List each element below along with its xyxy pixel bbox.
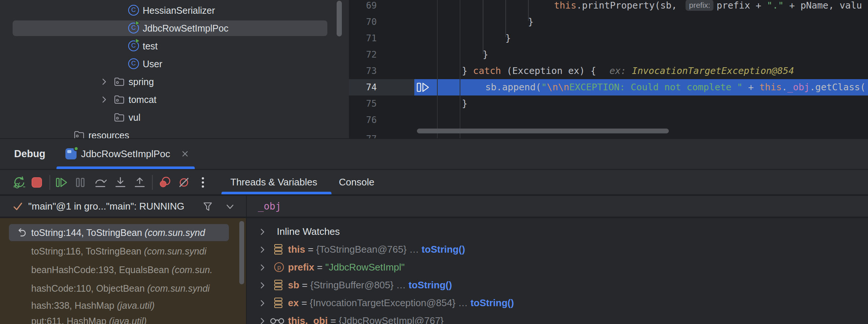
- variable-name: prefix: [288, 262, 314, 273]
- tab-threads-variables[interactable]: Threads & Variables: [230, 170, 317, 194]
- folder-icon: [114, 94, 125, 105]
- debug-session-tab-label: JdbcRowSetImplPoc: [81, 139, 170, 169]
- stack-frames-list: toString:144, ToStringBean (com.sun.synd…: [0, 218, 246, 324]
- tree-item-label: User: [143, 55, 162, 73]
- code-line-74-execution[interactable]: sb.append("\n\nEXCEPTION: Could not comp…: [485, 79, 866, 95]
- toolbar-separator: [49, 175, 50, 190]
- resume-button[interactable]: [54, 175, 69, 190]
- indent-guide: [483, 0, 483, 54]
- tree-item-tomcat[interactable]: tomcat: [0, 91, 349, 108]
- thread-header[interactable]: "main"@1 in gro..."main": RUNNING: [0, 196, 246, 217]
- tree-item-test[interactable]: C test: [0, 37, 349, 55]
- variable-row-this-obj[interactable]: this._obj = {JdbcRowSetImpl@767}: [247, 312, 868, 324]
- chevron-right-icon[interactable]: [258, 246, 266, 254]
- tree-item-label: test: [143, 37, 158, 55]
- chevron-right-icon[interactable]: [258, 263, 266, 272]
- code-line-71[interactable]: }: [505, 30, 511, 46]
- active-tab-underline: [221, 192, 331, 194]
- more-vertical-icon: [201, 176, 204, 189]
- variable-row-this[interactable]: this = {ToStringBean@765} … toString(): [247, 240, 868, 258]
- frames-scrollbar[interactable]: [239, 221, 244, 284]
- code-editor[interactable]: 69 70 71 72 73 74 75 76 77 this.printPro…: [349, 0, 868, 138]
- frame-label: toString:144, ToStringBean (com.sun.synd: [31, 223, 205, 242]
- variables-row-inline-watches[interactable]: Inline Watches: [247, 223, 868, 240]
- line-number: 70: [349, 14, 377, 30]
- variable-row-prefix[interactable]: p prefix = "JdbcRowSetImpl": [247, 258, 868, 276]
- stack-frame[interactable]: toString:116, ToStringBean (com.sun.synd…: [0, 242, 246, 260]
- chevron-down-icon[interactable]: [226, 204, 234, 210]
- variable-name: sb: [288, 279, 299, 291]
- stack-frame[interactable]: put:611, HashMap (java.util): [0, 312, 246, 324]
- class-icon: C: [128, 58, 139, 69]
- frame-label: beanHashCode:193, EqualsBean (com.sun.: [31, 260, 213, 279]
- tab-console[interactable]: Console: [339, 170, 374, 194]
- field-icon: [273, 244, 283, 255]
- view-breakpoints-button[interactable]: [158, 175, 172, 190]
- class-icon: C: [128, 5, 139, 16]
- tree-item-hessianserializer[interactable]: C HessianSerializer: [0, 1, 349, 19]
- editor-horizontal-scrollbar[interactable]: [417, 129, 669, 133]
- code-line-69[interactable]: this.printProperty(sb, prefix:prefix + "…: [554, 0, 862, 14]
- gutter-separator: [437, 0, 438, 138]
- stop-button[interactable]: [29, 175, 44, 190]
- mute-breakpoints-button[interactable]: [176, 175, 191, 190]
- tostring-link[interactable]: toString(): [422, 244, 465, 255]
- chevron-right-icon[interactable]: [258, 317, 266, 324]
- chevron-right-icon[interactable]: [100, 77, 108, 86]
- code-line-75[interactable]: }: [462, 95, 467, 112]
- evaluate-expression-field[interactable]: _obj: [247, 196, 868, 217]
- view-breakpoints-icon: [158, 176, 172, 189]
- stack-frame-selected[interactable]: toString:144, ToStringBean (com.sun.synd: [0, 223, 246, 242]
- tree-item-label: JdbcRowSetImplPoc: [143, 19, 229, 37]
- gutter-separator: [460, 0, 460, 138]
- pause-button[interactable]: [73, 175, 88, 190]
- variable-value: "JdbcRowSetImpl": [325, 262, 405, 273]
- checkmark-icon: [13, 202, 23, 211]
- stack-frame[interactable]: hashCode:110, ObjectBean (com.sun.syndi: [0, 279, 246, 298]
- ide-window: C HessianSerializer C JdbcRowSetImplPoc …: [0, 0, 868, 324]
- variable-row-ex[interactable]: ex = {InvocationTargetException@854} … t…: [247, 294, 868, 312]
- chevron-right-icon[interactable]: [258, 299, 266, 307]
- debug-toolbar: Threads & Variables Console: [0, 169, 868, 196]
- tree-item-resources[interactable]: resources: [0, 126, 349, 138]
- threads-pane: "main"@1 in gro..."main": RUNNING toStri…: [0, 196, 246, 324]
- code-line-72[interactable]: }: [483, 46, 488, 63]
- chevron-right-icon[interactable]: [100, 95, 108, 104]
- tree-item-user[interactable]: C User: [0, 55, 349, 73]
- tree-item-label: spring: [129, 73, 154, 91]
- chevron-right-icon[interactable]: [258, 281, 266, 289]
- tostring-link[interactable]: toString(): [408, 279, 452, 291]
- tree-scrollbar[interactable]: [337, 1, 342, 36]
- active-tab-underline: [56, 166, 195, 169]
- step-over-icon: [94, 176, 107, 189]
- step-into-button[interactable]: [113, 175, 128, 190]
- tostring-link[interactable]: toString(): [470, 297, 514, 308]
- line-number: 73: [349, 63, 377, 79]
- debug-session-tab[interactable]: JdbcRowSetImplPoc: [56, 139, 195, 169]
- pane-divider[interactable]: [246, 196, 247, 324]
- tree-item-jdbcrowsetimplpoc[interactable]: C JdbcRowSetImplPoc: [0, 19, 349, 37]
- watch-glasses-icon: [270, 318, 285, 324]
- execution-pointer-icon[interactable]: [416, 82, 431, 93]
- debugger-inline-hint: ex: InvocationTargetException@854: [609, 65, 794, 76]
- line-number: 75: [349, 95, 377, 112]
- stack-frame[interactable]: beanHashCode:193, EqualsBean (com.sun.: [0, 260, 246, 279]
- code-line-70[interactable]: }: [528, 14, 534, 30]
- step-into-icon: [114, 176, 127, 189]
- filter-icon[interactable]: [203, 201, 213, 212]
- run-overlay-icon: [135, 38, 140, 44]
- close-icon[interactable]: [181, 150, 189, 158]
- step-out-button[interactable]: [132, 175, 147, 190]
- field-icon: [273, 279, 283, 291]
- tree-item-spring[interactable]: spring: [0, 73, 349, 91]
- code-line-73[interactable]: } catch (Exception ex) {ex: InvocationTa…: [462, 63, 794, 79]
- step-over-button[interactable]: [93, 175, 108, 190]
- more-options-button[interactable]: [195, 175, 210, 190]
- chevron-right-icon[interactable]: [258, 228, 266, 236]
- tree-item-vul[interactable]: vul: [0, 108, 349, 126]
- stop-icon: [31, 176, 43, 188]
- pause-icon: [75, 176, 86, 188]
- variable-row-sb[interactable]: sb = {StringBuffer@805} … toString(): [247, 276, 868, 294]
- rerun-debug-button[interactable]: [12, 175, 27, 190]
- evaluate-expression-text: _obj: [258, 196, 281, 217]
